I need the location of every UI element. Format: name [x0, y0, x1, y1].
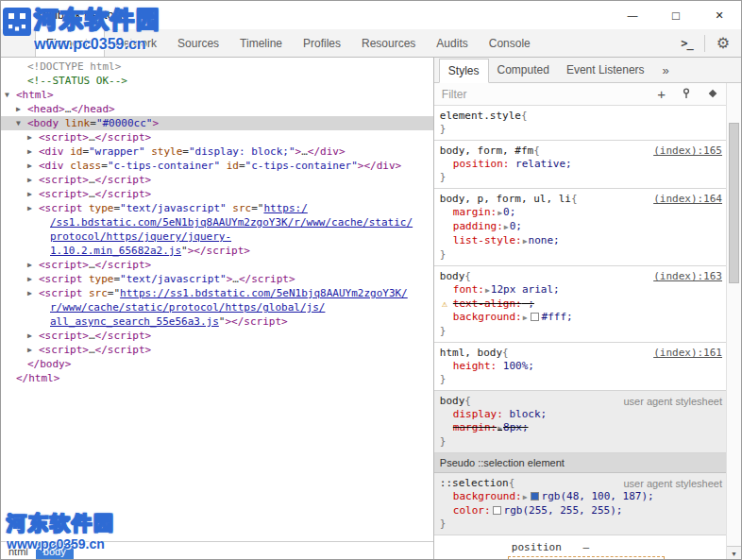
- sidebar-tab-styles[interactable]: Styles: [439, 59, 489, 83]
- expand-arrow-open-icon[interactable]: ▼: [5, 88, 16, 102]
- css-property[interactable]: position: relative;: [440, 158, 722, 171]
- code-link[interactable]: protocol/https/jquery/jquery-: [50, 230, 231, 243]
- console-drawer-icon[interactable]: >_: [681, 37, 692, 50]
- rule-selector[interactable]: element.style: [440, 110, 521, 123]
- tree-node[interactable]: r/www/cache/static/protocol/https/global…: [1, 300, 433, 314]
- tab-timeline[interactable]: Timeline: [229, 29, 293, 57]
- tab-profiles[interactable]: Profiles: [293, 29, 351, 57]
- pin-icon[interactable]: [681, 86, 692, 103]
- sidebar-tab-event-listeners[interactable]: Event Listeners: [558, 59, 653, 82]
- css-property[interactable]: margin:▶8px;: [440, 421, 722, 435]
- css-property[interactable]: list-style:▶none;: [440, 234, 722, 248]
- position-top-value[interactable]: –: [583, 541, 590, 553]
- settings-gear-icon[interactable]: ⚙: [717, 36, 730, 51]
- tree-node[interactable]: ▶<script src="https://ss1.bdstatic.com/5…: [1, 286, 433, 300]
- css-property[interactable]: display: block;: [440, 408, 722, 421]
- rule-selector[interactable]: body: [440, 270, 465, 283]
- expand-arrow-open-icon[interactable]: ▼: [16, 116, 27, 130]
- css-property[interactable]: height: 100%;: [440, 360, 722, 373]
- scrollbar-thumb[interactable]: [729, 123, 739, 283]
- code-link[interactable]: /ss1.bdstatic.com/5eN1bjq8AAUYm2zgoY3K/r…: [50, 216, 413, 229]
- sidebar-tab-computed[interactable]: Computed: [489, 59, 558, 82]
- css-property[interactable]: color:rgb(255, 255, 255);: [440, 504, 722, 518]
- rule-selector[interactable]: body, p, form, ul, li: [440, 193, 571, 206]
- element-state-icon[interactable]: [707, 86, 718, 103]
- close-button[interactable]: ✕: [698, 1, 741, 29]
- tree-node[interactable]: <!--STATUS OK-->: [1, 74, 433, 88]
- breadcrumb-item-body[interactable]: body: [36, 542, 74, 560]
- tree-node[interactable]: 1.10.2.min_65682a2.js"></script>: [1, 244, 433, 258]
- rule-selector[interactable]: html, body: [440, 347, 502, 360]
- expand-arrow-closed-icon[interactable]: ▶: [27, 144, 39, 159]
- tree-node[interactable]: ▼<body link="#0000cc">: [1, 116, 433, 130]
- expand-arrow-closed-icon[interactable]: ▶: [27, 329, 39, 343]
- tree-node[interactable]: ▶<script type="text/javascript">…</scrip…: [1, 272, 433, 286]
- code-link[interactable]: all_async_search_55e56a3.js: [50, 315, 219, 328]
- expand-arrow-closed-icon[interactable]: ▶: [16, 102, 27, 116]
- expand-shorthand-icon[interactable]: ▶: [523, 493, 528, 501]
- tree-node[interactable]: ▶<script>…</script>: [1, 343, 433, 357]
- css-property[interactable]: margin:▶0;: [440, 206, 722, 220]
- rule-source-link[interactable]: (index):164: [646, 193, 722, 206]
- expand-arrow-closed-icon[interactable]: ▶: [27, 130, 39, 144]
- tab-console[interactable]: Console: [479, 29, 541, 57]
- new-style-rule-icon[interactable]: +: [657, 87, 666, 101]
- expand-arrow-closed-icon[interactable]: ▶: [27, 187, 39, 201]
- tree-node[interactable]: ▶<script type="text/javascript" src="htt…: [1, 201, 433, 215]
- rule-selector[interactable]: body: [440, 395, 465, 408]
- css-property[interactable]: background:▶#fff;: [440, 311, 722, 325]
- expand-shorthand-icon[interactable]: ▶: [497, 209, 502, 217]
- tree-node[interactable]: ▶<div class="c-tips-container" id="c-tip…: [1, 159, 433, 173]
- styles-scrollbar[interactable]: ▼: [726, 83, 741, 560]
- rule-source-link[interactable]: (index):165: [646, 144, 722, 158]
- expand-arrow-closed-icon[interactable]: ▶: [27, 272, 39, 286]
- tree-node[interactable]: ▶<script>…</script>: [1, 187, 433, 201]
- tree-node[interactable]: all_async_search_55e56a3.js"></script>: [1, 314, 433, 329]
- css-property[interactable]: font:▶12px arial;: [440, 283, 722, 297]
- tab-audits[interactable]: Audits: [426, 29, 478, 57]
- tree-node[interactable]: ▶<script>…</script>: [1, 173, 433, 187]
- expand-shorthand-icon[interactable]: ▶: [523, 237, 528, 246]
- tree-node[interactable]: <!DOCTYPE html>: [1, 59, 433, 74]
- scroll-down-button[interactable]: ▼: [727, 546, 741, 560]
- tree-node[interactable]: ▶<div id="wrapper" style="display: block…: [1, 144, 433, 159]
- tab-sources[interactable]: Sources: [167, 29, 229, 57]
- tree-node[interactable]: /ss1.bdstatic.com/5eN1bjq8AAUYm2zgoY3K/r…: [1, 215, 433, 229]
- expand-arrow-closed-icon[interactable]: ▶: [27, 201, 39, 215]
- expand-arrow-closed-icon[interactable]: ▶: [27, 286, 39, 300]
- tab-resources[interactable]: Resources: [351, 29, 426, 57]
- tab-elements[interactable]: Elements: [35, 29, 105, 57]
- code-link[interactable]: https:/: [263, 202, 307, 214]
- tab-overflow-icon[interactable]: »: [663, 63, 669, 82]
- expand-arrow-closed-icon[interactable]: ▶: [27, 159, 39, 173]
- code-link[interactable]: 1.10.2.min_65682a2.js: [50, 245, 181, 257]
- expand-shorthand-icon[interactable]: ▶: [497, 424, 502, 433]
- expand-shorthand-icon[interactable]: ▶: [504, 223, 509, 231]
- expand-arrow-closed-icon[interactable]: ▶: [27, 343, 39, 357]
- maximize-button[interactable]: □: [654, 1, 698, 29]
- tree-node[interactable]: ▶<head>…</head>: [1, 102, 433, 116]
- tree-node[interactable]: ▶<script>…</script>: [1, 258, 433, 272]
- tree-node[interactable]: ▼<html>: [1, 88, 433, 102]
- color-swatch[interactable]: [531, 313, 539, 321]
- expand-arrow-closed-icon[interactable]: ▶: [27, 258, 39, 272]
- css-property[interactable]: ⚠text-align: ;: [440, 297, 722, 311]
- rule-source-link[interactable]: (index):161: [646, 347, 722, 360]
- code-link[interactable]: https://ss1.bdstatic.com/5eN1bjq8AAUYm2z…: [120, 287, 408, 299]
- tree-node[interactable]: ▶<script>…</script>: [1, 130, 433, 144]
- code-link[interactable]: r/www/cache/static/protocol/https/global…: [50, 301, 325, 314]
- tree-node[interactable]: protocol/https/jquery/jquery-: [1, 229, 433, 244]
- minimize-button[interactable]: —: [611, 1, 654, 29]
- breadcrumb-item-html[interactable]: html: [1, 542, 36, 560]
- expand-shorthand-icon[interactable]: ▶: [485, 286, 490, 295]
- tree-node[interactable]: </body>: [1, 357, 433, 371]
- tree-node[interactable]: ▶<script>…</script>: [1, 329, 433, 343]
- tab-network[interactable]: Network: [105, 29, 167, 57]
- position-box[interactable]: position –: [508, 541, 665, 560]
- color-swatch[interactable]: [531, 492, 539, 501]
- tree-node[interactable]: </html>: [1, 371, 433, 385]
- rule-source-link[interactable]: (index):163: [646, 270, 722, 283]
- rule-selector[interactable]: ::selection: [440, 477, 509, 490]
- expand-shorthand-icon[interactable]: ▶: [523, 314, 528, 322]
- expand-arrow-closed-icon[interactable]: ▶: [27, 173, 39, 187]
